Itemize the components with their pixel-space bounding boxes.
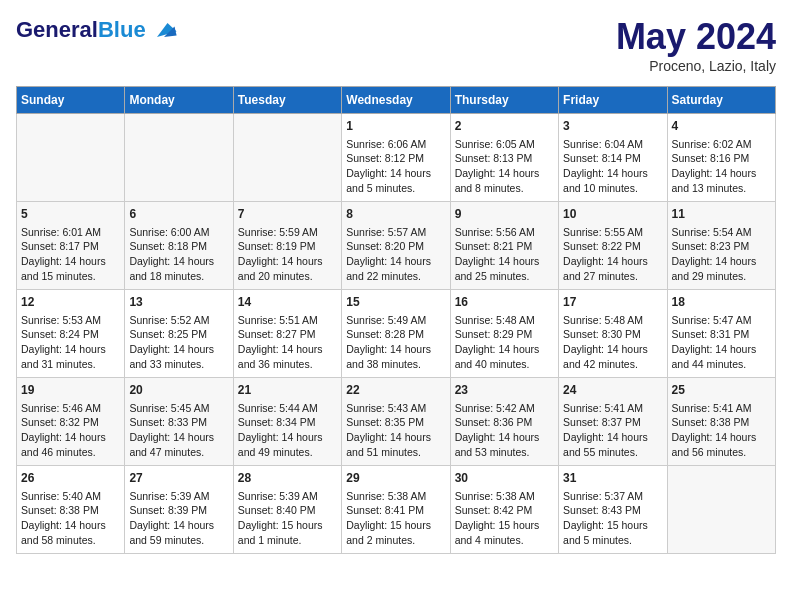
day-info: Sunrise: 6:04 AM <box>563 137 662 152</box>
day-info: and 36 minutes. <box>238 357 337 372</box>
day-info: Daylight: 14 hours <box>238 342 337 357</box>
day-info: and 51 minutes. <box>346 445 445 460</box>
day-number: 21 <box>238 382 337 399</box>
day-info: Sunrise: 5:48 AM <box>563 313 662 328</box>
calendar-cell: 2Sunrise: 6:05 AMSunset: 8:13 PMDaylight… <box>450 114 558 202</box>
logo: GeneralBlue <box>16 16 178 44</box>
day-info: Sunrise: 5:41 AM <box>672 401 771 416</box>
day-number: 8 <box>346 206 445 223</box>
header-sunday: Sunday <box>17 87 125 114</box>
day-info: and 33 minutes. <box>129 357 228 372</box>
day-info: and 13 minutes. <box>672 181 771 196</box>
day-info: Sunset: 8:27 PM <box>238 327 337 342</box>
day-info: Sunrise: 5:38 AM <box>346 489 445 504</box>
calendar-cell: 20Sunrise: 5:45 AMSunset: 8:33 PMDayligh… <box>125 378 233 466</box>
month-title: May 2024 <box>616 16 776 58</box>
calendar-header-row: SundayMondayTuesdayWednesdayThursdayFrid… <box>17 87 776 114</box>
day-info: and 44 minutes. <box>672 357 771 372</box>
day-number: 30 <box>455 470 554 487</box>
day-info: and 56 minutes. <box>672 445 771 460</box>
day-info: Daylight: 14 hours <box>455 342 554 357</box>
day-info: and 27 minutes. <box>563 269 662 284</box>
day-info: Daylight: 15 hours <box>563 518 662 533</box>
day-number: 24 <box>563 382 662 399</box>
day-info: Daylight: 14 hours <box>563 430 662 445</box>
day-info: and 49 minutes. <box>238 445 337 460</box>
day-info: Sunset: 8:41 PM <box>346 503 445 518</box>
day-number: 10 <box>563 206 662 223</box>
day-info: Sunrise: 6:01 AM <box>21 225 120 240</box>
day-info: and 1 minute. <box>238 533 337 548</box>
day-info: and 47 minutes. <box>129 445 228 460</box>
day-info: Sunset: 8:34 PM <box>238 415 337 430</box>
day-info: Daylight: 14 hours <box>346 254 445 269</box>
day-info: Daylight: 14 hours <box>672 254 771 269</box>
day-info: Sunrise: 5:59 AM <box>238 225 337 240</box>
day-info: Sunrise: 5:52 AM <box>129 313 228 328</box>
calendar-cell: 8Sunrise: 5:57 AMSunset: 8:20 PMDaylight… <box>342 202 450 290</box>
day-info: and 42 minutes. <box>563 357 662 372</box>
day-number: 13 <box>129 294 228 311</box>
calendar-cell: 30Sunrise: 5:38 AMSunset: 8:42 PMDayligh… <box>450 466 558 554</box>
day-info: Sunset: 8:37 PM <box>563 415 662 430</box>
day-info: Sunrise: 6:00 AM <box>129 225 228 240</box>
day-info: Sunrise: 6:05 AM <box>455 137 554 152</box>
day-number: 7 <box>238 206 337 223</box>
day-info: Sunset: 8:32 PM <box>21 415 120 430</box>
day-info: Sunset: 8:38 PM <box>21 503 120 518</box>
day-info: Sunrise: 5:49 AM <box>346 313 445 328</box>
day-info: Daylight: 14 hours <box>238 430 337 445</box>
day-info: Sunset: 8:29 PM <box>455 327 554 342</box>
day-info: Daylight: 14 hours <box>238 254 337 269</box>
day-info: Sunset: 8:31 PM <box>672 327 771 342</box>
calendar-week-3: 12Sunrise: 5:53 AMSunset: 8:24 PMDayligh… <box>17 290 776 378</box>
day-number: 15 <box>346 294 445 311</box>
calendar-cell: 7Sunrise: 5:59 AMSunset: 8:19 PMDaylight… <box>233 202 341 290</box>
day-info: Sunset: 8:35 PM <box>346 415 445 430</box>
day-info: and 22 minutes. <box>346 269 445 284</box>
calendar-cell: 13Sunrise: 5:52 AMSunset: 8:25 PMDayligh… <box>125 290 233 378</box>
day-info: and 18 minutes. <box>129 269 228 284</box>
calendar-week-2: 5Sunrise: 6:01 AMSunset: 8:17 PMDaylight… <box>17 202 776 290</box>
calendar-cell: 9Sunrise: 5:56 AMSunset: 8:21 PMDaylight… <box>450 202 558 290</box>
calendar-cell: 6Sunrise: 6:00 AMSunset: 8:18 PMDaylight… <box>125 202 233 290</box>
day-info: Sunset: 8:40 PM <box>238 503 337 518</box>
day-number: 11 <box>672 206 771 223</box>
day-info: and 4 minutes. <box>455 533 554 548</box>
calendar-cell: 11Sunrise: 5:54 AMSunset: 8:23 PMDayligh… <box>667 202 775 290</box>
day-info: Sunrise: 5:43 AM <box>346 401 445 416</box>
day-info: and 20 minutes. <box>238 269 337 284</box>
header-saturday: Saturday <box>667 87 775 114</box>
calendar-cell: 1Sunrise: 6:06 AMSunset: 8:12 PMDaylight… <box>342 114 450 202</box>
day-info: Sunset: 8:25 PM <box>129 327 228 342</box>
day-number: 12 <box>21 294 120 311</box>
day-number: 4 <box>672 118 771 135</box>
day-info: Sunset: 8:42 PM <box>455 503 554 518</box>
calendar-cell: 25Sunrise: 5:41 AMSunset: 8:38 PMDayligh… <box>667 378 775 466</box>
day-info: Sunrise: 6:02 AM <box>672 137 771 152</box>
day-info: Daylight: 15 hours <box>455 518 554 533</box>
day-info: Daylight: 15 hours <box>346 518 445 533</box>
day-info: Daylight: 14 hours <box>455 430 554 445</box>
calendar-table: SundayMondayTuesdayWednesdayThursdayFrid… <box>16 86 776 554</box>
calendar-cell: 4Sunrise: 6:02 AMSunset: 8:16 PMDaylight… <box>667 114 775 202</box>
day-info: and 25 minutes. <box>455 269 554 284</box>
calendar-cell: 3Sunrise: 6:04 AMSunset: 8:14 PMDaylight… <box>559 114 667 202</box>
day-info: and 55 minutes. <box>563 445 662 460</box>
calendar-cell <box>17 114 125 202</box>
page-header: GeneralBlue May 2024 Proceno, Lazio, Ita… <box>16 16 776 74</box>
day-info: Daylight: 14 hours <box>346 166 445 181</box>
day-info: Daylight: 14 hours <box>21 430 120 445</box>
day-info: and 10 minutes. <box>563 181 662 196</box>
day-number: 22 <box>346 382 445 399</box>
day-info: and 40 minutes. <box>455 357 554 372</box>
calendar-cell: 21Sunrise: 5:44 AMSunset: 8:34 PMDayligh… <box>233 378 341 466</box>
calendar-cell: 22Sunrise: 5:43 AMSunset: 8:35 PMDayligh… <box>342 378 450 466</box>
day-info: and 59 minutes. <box>129 533 228 548</box>
day-info: and 2 minutes. <box>346 533 445 548</box>
calendar-cell: 16Sunrise: 5:48 AMSunset: 8:29 PMDayligh… <box>450 290 558 378</box>
logo-icon <box>150 16 178 44</box>
calendar-cell <box>667 466 775 554</box>
day-info: Daylight: 14 hours <box>21 342 120 357</box>
header-wednesday: Wednesday <box>342 87 450 114</box>
